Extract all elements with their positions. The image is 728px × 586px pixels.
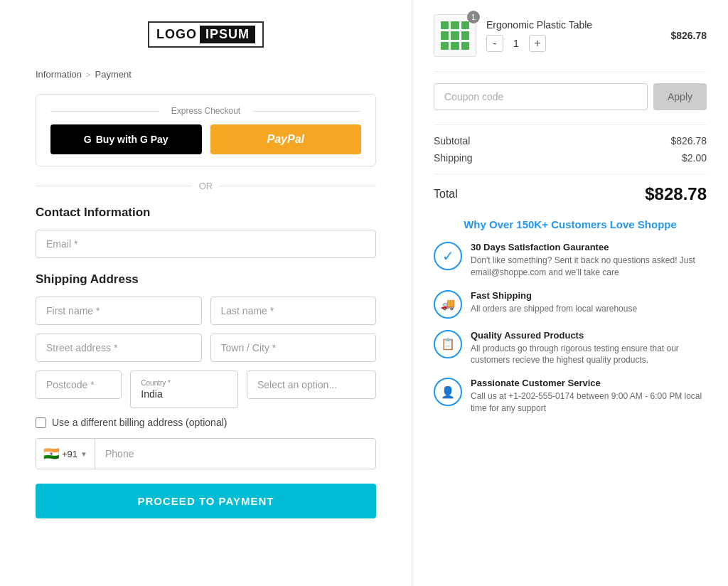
paypal-button[interactable]: PayPal [210,124,362,154]
qty-plus-button[interactable]: + [529,35,546,52]
billing-checkbox-row: Use a different billing address (optiona… [36,417,376,428]
flag-emoji: 🇮🇳 [43,446,59,462]
trust-content-2: Quality Assured Products All products go… [471,330,707,367]
totals-section: Subtotal $826.78 Shipping $2.00 [434,124,707,164]
product-image: 1 [434,14,476,57]
right-panel: 1 Ergonomic Plastic Table - 1 + $826.78 [412,0,728,586]
trust-icon-1: 🚚 [434,290,462,319]
breadcrumb-current: Payment [95,69,131,80]
qty-value: 1 [509,38,523,49]
phone-field[interactable] [95,440,375,467]
qty-minus-button[interactable]: - [486,35,503,52]
shipping-label: Shipping [434,152,473,164]
trust-item-0: ✓ 30 Days Satisfaction Gaurantee Don't l… [434,242,707,279]
logo-right: IPSUM [200,26,255,43]
subtotal-label: Subtotal [434,135,470,146]
trust-item-desc-2: All products go through rigorous testing… [471,343,707,367]
phone-row: 🇮🇳 +91 ▼ [36,438,376,469]
trust-item-title-2: Quality Assured Products [471,330,707,341]
total-label: Total [434,188,458,201]
trust-icon-0: ✓ [434,242,462,270]
gpay-button[interactable]: G Buy with G Pay [50,124,202,154]
country-label: Country * [141,379,228,387]
country-display: Country * India [130,371,238,408]
coupon-input[interactable] [434,83,648,110]
or-divider: OR [36,181,376,191]
contact-section-title: Contact Information [36,206,376,220]
phone-code: +91 [62,449,77,459]
subtotal-row: Subtotal $826.78 [434,135,707,146]
express-checkout-section: Express Checkout G Buy with G Pay PayPal [36,94,376,166]
subtotal-value: $826.78 [670,135,707,146]
breadcrumb-information[interactable]: Information [36,69,82,80]
phone-flag-selector[interactable]: 🇮🇳 +91 ▼ [36,439,95,469]
postcode-wrapper [36,371,122,408]
address-bottom-row: Country * India Select an option... [36,371,376,408]
trust-content-1: Fast Shipping All orders are shipped fro… [471,290,637,315]
trust-item-title-0: 30 Days Satisfaction Gaurantee [471,242,707,252]
coupon-row: Apply [434,83,707,110]
logo: LOGO IPSUM [148,21,264,48]
breadcrumb-separator: > [86,70,90,79]
street-field[interactable] [36,334,202,362]
g-icon: G [84,134,92,145]
logo-container: LOGO IPSUM [36,21,376,48]
trust-icon-3: 👤 [434,378,462,406]
left-panel: LOGO IPSUM Information > Payment Express… [0,0,412,586]
trust-item-desc-3: Call us at +1-202-555-0174 between 9:00 … [471,390,707,415]
postcode-field[interactable] [36,371,122,399]
state-select[interactable]: Select an option... [247,371,376,399]
product-row: 1 Ergonomic Plastic Table - 1 + $826.78 [434,14,707,72]
country-wrapper: Country * India [130,371,238,408]
address-row [36,334,376,362]
proceed-to-payment-button[interactable]: PROCEED TO PAYMENT [36,484,376,518]
total-value: $828.78 [645,184,707,204]
phone-chevron-icon: ▼ [80,450,87,458]
breadcrumb: Information > Payment [36,69,376,80]
trust-content-0: 30 Days Satisfaction Gaurantee Don't lik… [471,242,707,279]
logo-left: LOGO [156,27,197,42]
gpay-label: Buy with G Pay [96,134,168,145]
shipping-section-title: Shipping Address [36,272,376,287]
trust-item-2: 📋 Quality Assured Products All products … [434,330,707,367]
product-badge: 1 [467,11,480,23]
trust-item-title-1: Fast Shipping [471,290,637,301]
lastname-field[interactable] [210,297,377,325]
qty-controls: - 1 + [486,35,660,52]
product-price: $826.78 [670,30,707,41]
email-row [36,230,376,258]
trust-item-3: 👤 Passionate Customer Service Call us at… [434,378,707,415]
apply-coupon-button[interactable]: Apply [653,83,707,110]
or-text: OR [199,181,213,191]
shipping-value: $2.00 [682,152,707,164]
state-wrapper: Select an option... [247,371,376,408]
billing-checkbox[interactable] [36,417,46,428]
email-field[interactable] [36,230,376,258]
trust-item-desc-0: Don't like something? Sent it back no qu… [471,255,707,279]
express-checkout-title: Express Checkout [50,106,361,116]
firstname-field[interactable] [36,297,202,325]
product-info: Ergonomic Plastic Table - 1 + [486,19,660,52]
trust-item-1: 🚚 Fast Shipping All orders are shipped f… [434,290,707,319]
shipping-row: Shipping $2.00 [434,152,707,164]
trust-icon-2: 📋 [434,330,462,358]
city-field[interactable] [210,334,377,362]
country-value: India [141,388,228,400]
payment-buttons: G Buy with G Pay PayPal [50,124,361,154]
billing-checkbox-label: Use a different billing address (optiona… [52,417,227,428]
trust-item-title-3: Passionate Customer Service [471,378,707,388]
product-grid-icon [441,21,469,50]
total-final-row: Total $828.78 [434,174,707,204]
product-name: Ergonomic Plastic Table [486,19,660,31]
trust-title: Why Over 150K+ Customers Love Shoppe [434,218,707,230]
trust-item-desc-1: All orders are shipped from local wareho… [471,303,637,315]
name-row [36,297,376,325]
trust-content-3: Passionate Customer Service Call us at +… [471,378,707,415]
